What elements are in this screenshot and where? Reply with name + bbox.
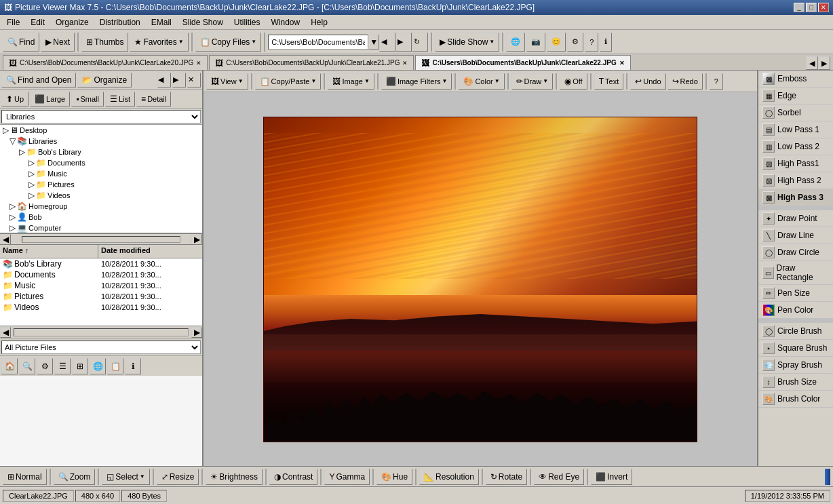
- face-button[interactable]: 😊: [547, 33, 566, 52]
- bt-color-indicator[interactable]: [825, 469, 830, 485]
- path-dropdown[interactable]: ▼: [368, 35, 379, 50]
- gamma-button[interactable]: Υ Gamma: [324, 469, 370, 485]
- resize-button[interactable]: ⤢ Resize: [157, 469, 199, 485]
- rp-low-pass-2[interactable]: ▥ Low Pass 2: [758, 138, 833, 155]
- rp-brush-color[interactable]: 🎨 Brush Color: [758, 391, 833, 408]
- tree-hscroll-left[interactable]: ◀: [0, 234, 11, 245]
- favorites-button[interactable]: ★ Favorites ▼: [130, 33, 188, 52]
- bottom-settings-icon[interactable]: ⚙: [37, 358, 53, 374]
- globe-button[interactable]: 🌐: [506, 33, 525, 52]
- detail-button[interactable]: ≡ Detail: [136, 92, 171, 106]
- tree-item-bobs-library[interactable]: ▷ 📁 Bob's Library: [0, 147, 202, 157]
- img-help-button[interactable]: ?: [710, 73, 723, 90]
- select-button[interactable]: ◱ Select ▼: [102, 469, 149, 485]
- tree-item-documents[interactable]: ▷ 📁 Documents: [0, 157, 202, 168]
- menu-slideshow[interactable]: Slide Show: [177, 16, 229, 28]
- favorites-dropdown-icon[interactable]: ▼: [178, 39, 184, 45]
- tab-0[interactable]: 🖼 C:\Users\Bob\Documents\BackUp\Junk\Cle…: [3, 55, 208, 70]
- tree-hscroll-right[interactable]: ▶: [191, 234, 202, 245]
- normal-button[interactable]: ⊞ Normal: [3, 469, 47, 485]
- image-filters-button[interactable]: ⬛ Image Filters ▼: [381, 73, 452, 90]
- off-button[interactable]: ◉ Off: [560, 73, 587, 90]
- filters-dropdown-icon[interactable]: ▼: [442, 78, 447, 84]
- slideshow-button[interactable]: ▶ Slide Show ▼: [435, 33, 499, 52]
- file-row-0[interactable]: 📚 Bob's Library 10/28/2011 9:30...: [0, 258, 202, 269]
- copy-files-button[interactable]: 📋 Copy Files ▼: [195, 33, 262, 52]
- zoom-button[interactable]: 🔍 Zoom: [54, 469, 96, 485]
- tree-item-libraries[interactable]: ▽ 📚 Libraries: [0, 136, 202, 147]
- draw-button[interactable]: ✏ Draw ▼: [511, 73, 554, 90]
- hscroll-right[interactable]: ▶: [191, 327, 202, 338]
- close-button[interactable]: ✕: [818, 3, 829, 12]
- menu-edit[interactable]: Edit: [25, 16, 50, 28]
- menu-file[interactable]: File: [1, 16, 25, 28]
- rp-pen-color[interactable]: 🎨 Pen Color: [758, 302, 833, 319]
- camera-button[interactable]: 📷: [526, 33, 545, 52]
- tree-hscroll-track[interactable]: [22, 236, 180, 243]
- view-dropdown-icon[interactable]: ▼: [238, 78, 244, 84]
- find-open-button[interactable]: 🔍 Find and Open: [1, 73, 76, 88]
- file-row-3[interactable]: 📁 Pictures 10/28/2011 9:30...: [0, 291, 202, 302]
- text-button[interactable]: T Text: [594, 73, 624, 90]
- hue-button[interactable]: 🎨 Hue: [376, 469, 412, 485]
- contrast-button[interactable]: ◑ Contrast: [269, 469, 317, 485]
- brightness-button[interactable]: ☀ Brightness: [206, 469, 263, 485]
- bottom-search-icon[interactable]: 🔍: [19, 358, 35, 374]
- tree-item-desktop[interactable]: ▷ 🖥 Desktop: [0, 125, 202, 136]
- tab-scroll-right[interactable]: ▶: [818, 56, 830, 70]
- image-button[interactable]: 🖼 Image ▼: [328, 73, 374, 90]
- go-forward-button[interactable]: ▶: [395, 33, 412, 52]
- thumbs-button[interactable]: ⊞ Thumbs: [81, 33, 128, 52]
- invert-button[interactable]: ⬛ Invert: [591, 469, 632, 485]
- path-input[interactable]: [268, 35, 368, 50]
- help-button[interactable]: ?: [585, 33, 598, 52]
- rotate-button[interactable]: ↻ Rotate: [486, 469, 527, 485]
- menu-utilities[interactable]: Utilities: [229, 16, 266, 28]
- menu-email[interactable]: EMail: [146, 16, 177, 28]
- redo-button[interactable]: ↪ Redo: [667, 73, 703, 90]
- bottom-info-icon[interactable]: ℹ: [125, 358, 141, 374]
- close-panel-button[interactable]: ✕: [187, 73, 201, 88]
- select-dropdown-icon[interactable]: ▼: [140, 473, 145, 480]
- bottom-home-icon[interactable]: 🏠: [1, 358, 18, 374]
- window-controls[interactable]: _ □ ✕: [794, 3, 829, 12]
- filter-select[interactable]: All Picture Files: [1, 341, 201, 354]
- rp-circle-brush[interactable]: ◯ Circle Brush: [758, 323, 833, 340]
- nav-right-button[interactable]: ▶: [172, 73, 186, 88]
- rp-square-brush[interactable]: ▪ Square Brush: [758, 340, 833, 357]
- nav-left-button[interactable]: ◀: [157, 73, 171, 88]
- find-button[interactable]: 🔍 Find: [3, 33, 39, 52]
- next-button[interactable]: ▶ Next: [41, 33, 75, 52]
- copy-paste-dropdown-icon[interactable]: ▼: [311, 78, 316, 84]
- view-button[interactable]: 🖼 View ▼: [206, 73, 248, 90]
- rp-high-pass-3[interactable]: ▩ High Pass 3: [758, 189, 833, 206]
- file-row-4[interactable]: 📁 Videos 10/28/2011 9:30...: [0, 302, 202, 313]
- rp-emboss[interactable]: ▩ Emboss: [758, 71, 833, 88]
- menu-distribution[interactable]: Distribution: [94, 16, 146, 28]
- menu-window[interactable]: Window: [266, 16, 306, 28]
- rp-sorbel[interactable]: ◯ Sorbel: [758, 104, 833, 121]
- col-name[interactable]: Name ↑: [0, 245, 98, 258]
- file-row-1[interactable]: 📁 Documents 10/28/2011 9:30...: [0, 269, 202, 280]
- rp-draw-rectangle[interactable]: ▭ Draw Rectangle: [758, 261, 833, 285]
- rp-high-pass-1[interactable]: ▧ High Pass1: [758, 155, 833, 172]
- bottom-web-icon[interactable]: 🌐: [90, 358, 106, 374]
- rp-draw-point[interactable]: ✦ Draw Point: [758, 210, 833, 227]
- large-button[interactable]: ⬛ Large: [30, 92, 70, 106]
- tab-1[interactable]: 🖼 C:\Users\Bob\Documents\BackUp\Junk\Cle…: [209, 55, 414, 70]
- rp-draw-line[interactable]: ╲ Draw Line: [758, 227, 833, 244]
- slideshow-dropdown-icon[interactable]: ▼: [489, 39, 495, 45]
- red-eye-button[interactable]: 👁 Red Eye: [534, 469, 584, 485]
- file-row-2[interactable]: 📁 Music 10/28/2011 9:30...: [0, 280, 202, 291]
- image-dropdown-icon[interactable]: ▼: [364, 78, 370, 84]
- rp-edge[interactable]: ▦ Edge: [758, 88, 833, 104]
- maximize-button[interactable]: □: [806, 3, 817, 12]
- menu-help[interactable]: Help: [305, 16, 333, 28]
- copy-dropdown-icon[interactable]: ▼: [251, 39, 256, 45]
- folder-select[interactable]: Libraries: [1, 110, 201, 123]
- rp-low-pass-1[interactable]: ▤ Low Pass 1: [758, 121, 833, 138]
- tree-item-pictures[interactable]: ▷ 📁 Pictures: [0, 179, 202, 190]
- tab-2[interactable]: 🖼 C:\Users\Bob\Documents\BackUp\Junk\Cle…: [415, 55, 630, 70]
- tree-item-homegroup[interactable]: ▷ 🏠 Homegroup: [0, 201, 202, 212]
- copy-paste-button[interactable]: 📋 Copy/Paste ▼: [255, 73, 322, 90]
